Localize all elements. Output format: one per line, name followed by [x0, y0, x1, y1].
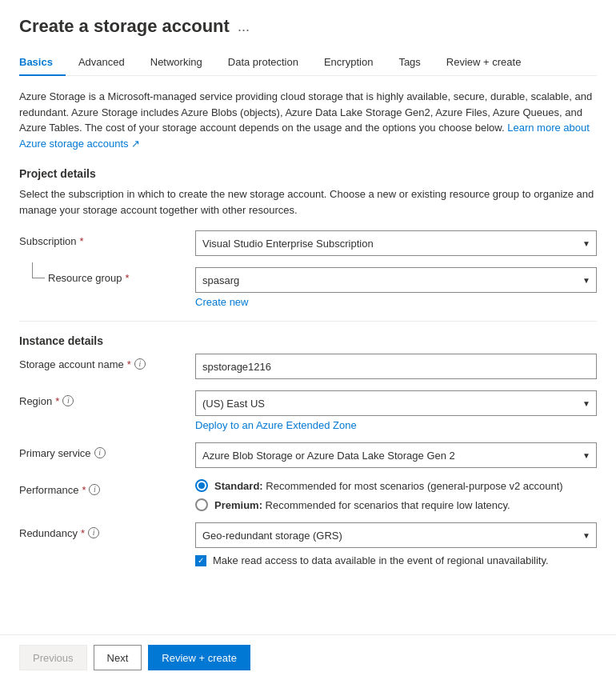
review-create-button[interactable]: Review + create [148, 645, 250, 670]
primary-service-label: Primary service [19, 447, 91, 459]
performance-premium-radio[interactable] [195, 498, 208, 511]
redundancy-required: * [81, 527, 85, 539]
project-details-desc: Select the subscription in which to crea… [19, 186, 597, 218]
storage-name-label: Storage account name [19, 358, 124, 370]
redundancy-checkbox-label: Make read access to data available in th… [213, 554, 549, 566]
page-title: Create a storage account [19, 16, 230, 37]
page-header: Create a storage account ... [19, 16, 597, 37]
subscription-required: * [80, 235, 84, 247]
performance-radio-group: Standard: Recommended for most scenarios… [195, 479, 597, 511]
storage-name-row: Storage account name * i [19, 354, 597, 379]
create-new-link[interactable]: Create new [195, 296, 248, 308]
region-required: * [55, 395, 59, 407]
region-select[interactable]: (US) East US [195, 390, 597, 416]
instance-details-title: Instance details [19, 334, 597, 347]
tab-bar: Basics Advanced Networking Data protecti… [19, 50, 597, 76]
bottom-bar: Previous Next Review + create [0, 634, 616, 680]
storage-name-info-icon[interactable]: i [134, 358, 146, 370]
performance-info-icon[interactable]: i [89, 484, 100, 495]
deploy-extended-zone-link[interactable]: Deploy to an Azure Extended Zone [195, 419, 357, 431]
region-select-wrapper: (US) East US ▼ [195, 390, 597, 416]
resource-group-select[interactable]: spasarg [195, 267, 597, 293]
primary-service-select-wrapper: Azure Blob Storage or Azure Data Lake St… [195, 442, 597, 468]
subscription-select-wrapper: Visual Studio Enterprise Subscription ▼ [195, 230, 597, 256]
region-info-icon[interactable]: i [62, 395, 74, 406]
checkbox-checkmark-icon: ✓ [198, 557, 204, 565]
tab-networking[interactable]: Networking [138, 50, 215, 76]
description-text: Azure Storage is a Microsoft-managed ser… [19, 89, 597, 151]
instance-details-section: Instance details Storage account name * … [19, 334, 597, 566]
redundancy-info-icon[interactable]: i [88, 527, 99, 538]
redundancy-control: Geo-redundant storage (GRS) ▼ ✓ Make rea… [195, 522, 597, 566]
previous-button[interactable]: Previous [19, 645, 87, 670]
redundancy-label: Redundancy [19, 527, 78, 539]
performance-standard-option[interactable]: Standard: Recommended for most scenarios… [195, 479, 597, 492]
storage-name-required: * [127, 358, 131, 370]
tab-data-protection[interactable]: Data protection [215, 50, 311, 76]
region-row: Region * i (US) East US ▼ Deploy to an A… [19, 390, 597, 431]
redundancy-select[interactable]: Geo-redundant storage (GRS) [195, 522, 597, 548]
primary-service-row: Primary service i Azure Blob Storage or … [19, 442, 597, 468]
project-details-section: Project details Select the subscription … [19, 167, 597, 308]
tab-advanced[interactable]: Advanced [66, 50, 138, 76]
resource-group-control: spasarg ▼ Create new [195, 267, 597, 308]
performance-control: Standard: Recommended for most scenarios… [195, 479, 597, 511]
resource-group-select-wrapper: spasarg ▼ [195, 267, 597, 293]
storage-name-input[interactable] [195, 354, 597, 379]
performance-standard-label: Standard: Recommended for most scenarios… [214, 480, 563, 492]
subscription-control: Visual Studio Enterprise Subscription ▼ [195, 230, 597, 256]
performance-premium-label: Premium: Recommended for scenarios that … [214, 499, 510, 511]
primary-service-control: Azure Blob Storage or Azure Data Lake St… [195, 442, 597, 468]
redundancy-checkbox-row: ✓ Make read access to data available in … [195, 554, 597, 566]
primary-service-select[interactable]: Azure Blob Storage or Azure Data Lake St… [195, 442, 597, 468]
performance-required: * [82, 484, 86, 496]
subscription-label: Subscription [19, 235, 77, 247]
performance-row: Performance * i Standard: Recommended fo… [19, 479, 597, 511]
section-divider [19, 321, 597, 322]
redundancy-checkbox[interactable]: ✓ [195, 555, 206, 566]
region-label: Region [19, 395, 52, 407]
performance-standard-radio[interactable] [195, 479, 208, 492]
resource-group-label: Resource group [48, 272, 122, 284]
tab-encryption[interactable]: Encryption [311, 50, 386, 76]
subscription-row: Subscription * Visual Studio Enterprise … [19, 230, 597, 256]
redundancy-select-wrapper: Geo-redundant storage (GRS) ▼ [195, 522, 597, 548]
tab-tags[interactable]: Tags [386, 50, 433, 76]
subscription-select[interactable]: Visual Studio Enterprise Subscription [195, 230, 597, 256]
primary-service-info-icon[interactable]: i [94, 447, 106, 458]
region-control: (US) East US ▼ Deploy to an Azure Extend… [195, 390, 597, 431]
performance-premium-option[interactable]: Premium: Recommended for scenarios that … [195, 498, 597, 511]
more-options-icon[interactable]: ... [238, 18, 250, 35]
project-details-title: Project details [19, 167, 597, 180]
storage-name-control [195, 354, 597, 379]
next-button[interactable]: Next [94, 645, 142, 670]
redundancy-row: Redundancy * i Geo-redundant storage (GR… [19, 522, 597, 566]
performance-label: Performance [19, 484, 78, 496]
tab-basics[interactable]: Basics [19, 50, 66, 76]
resource-group-required: * [126, 272, 130, 284]
tab-review-create[interactable]: Review + create [434, 50, 534, 76]
